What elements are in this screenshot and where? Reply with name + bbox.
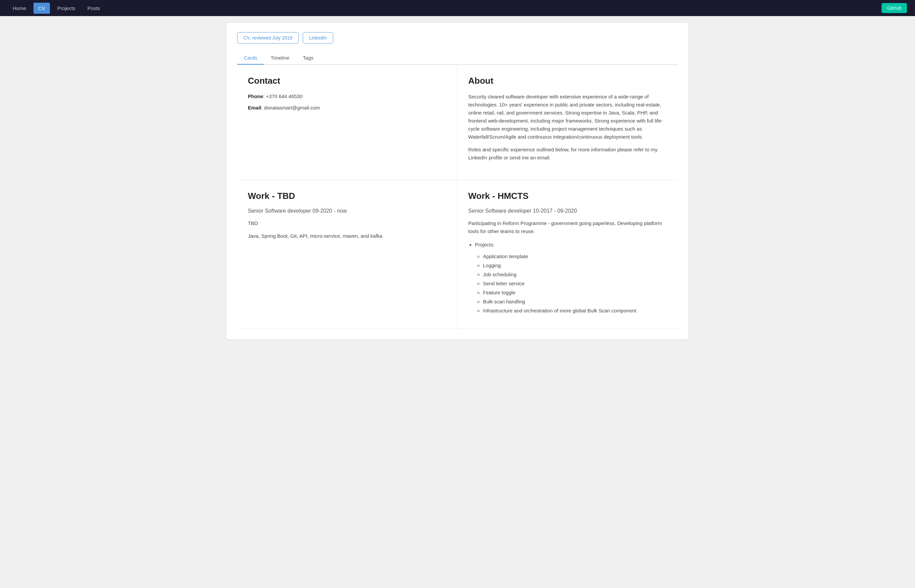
linkedin-button[interactable]: LinkedIn: [303, 32, 333, 44]
work-tbd-cell: Work - TBD Senior Software developer 09-…: [237, 180, 457, 329]
github-button[interactable]: GitHub: [881, 3, 907, 13]
nav-projects[interactable]: Projects: [53, 3, 80, 14]
work-tbd-subtitle: Senior Software developer 09-2020 - now: [248, 208, 446, 214]
list-item: Logging: [483, 261, 667, 270]
list-item: Infrastructure and orchestration of more…: [483, 306, 667, 315]
nav-home[interactable]: Home: [8, 3, 31, 14]
list-item: Bulk scan handling: [483, 297, 667, 306]
contact-email: Email: donatasmart@gmail.com: [248, 104, 446, 112]
email-value: donatasmart@gmail.com: [264, 105, 320, 110]
list-item: Feature toggle: [483, 288, 667, 297]
work-hmcts-description: Participating in Reform Programme - gove…: [468, 219, 667, 236]
work-hmcts-projects-list: Projects: Application template Logging J…: [475, 240, 667, 315]
about-heading: About: [468, 76, 667, 86]
work-tbd-description: TBD: [248, 219, 446, 227]
navbar: Home CV Projects Posts GitHub: [0, 0, 915, 16]
about-para1: Security cleared software developer with…: [468, 93, 667, 141]
contact-phone: Phone: +370 644 46530: [248, 93, 446, 100]
top-buttons: CV, reviewed July 2019 LinkedIn: [237, 32, 678, 44]
about-cell: About Security cleared software develope…: [457, 65, 678, 180]
work-hmcts-cell: Work - HMCTS Senior Software developer 1…: [457, 180, 678, 329]
list-item: Application template: [483, 252, 667, 261]
contact-heading: Contact: [248, 76, 446, 86]
tab-timeline[interactable]: Timeline: [264, 52, 296, 65]
phone-label: Phone: [248, 94, 263, 99]
cv-grid: Contact Phone: +370 644 46530 Email: don…: [237, 65, 678, 329]
work-hmcts-heading: Work - HMCTS: [468, 191, 667, 201]
work-hmcts-subtitle: Senior Software developer 10-2017 - 09-2…: [468, 208, 667, 214]
tabs: Cards Timeline Tags: [237, 52, 678, 65]
about-para2: Roles and specific experience outlined b…: [468, 145, 667, 162]
email-label: Email: [248, 105, 261, 110]
contact-cell: Contact Phone: +370 644 46530 Email: don…: [237, 65, 457, 180]
projects-label-item: Projects:: [475, 240, 667, 249]
cv-link-button[interactable]: CV, reviewed July 2019: [237, 32, 299, 44]
list-item: Send letter service: [483, 279, 667, 288]
list-item: Job scheduling: [483, 270, 667, 279]
nav-cv[interactable]: CV: [34, 3, 50, 14]
projects-sublist: Application template Logging Job schedul…: [483, 252, 667, 315]
work-tbd-tech: Java, Spring Boot, Git, API, micro-servi…: [248, 232, 446, 240]
phone-value: +370 644 46530: [266, 94, 302, 99]
main-wrapper: CV, reviewed July 2019 LinkedIn Cards Ti…: [0, 16, 915, 588]
work-tbd-heading: Work - TBD: [248, 191, 446, 201]
tab-cards[interactable]: Cards: [237, 52, 264, 65]
nav-posts[interactable]: Posts: [83, 3, 105, 14]
card-container: CV, reviewed July 2019 LinkedIn Cards Ti…: [226, 23, 689, 339]
tab-tags[interactable]: Tags: [296, 52, 320, 65]
